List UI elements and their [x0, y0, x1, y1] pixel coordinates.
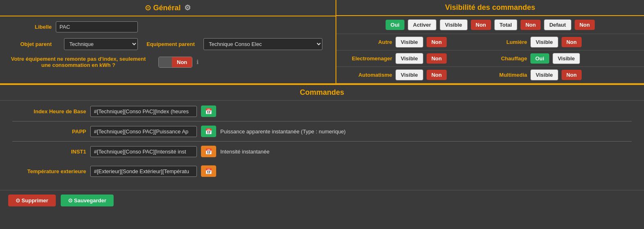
vis-non1-button[interactable]: Non [471, 20, 491, 30]
vis-half-autre: Autre Visible Non [343, 37, 486, 48]
multimedia-visible-button[interactable]: Visible [530, 69, 558, 80]
electro-visible-button[interactable]: Visible [395, 53, 423, 64]
autre-non-button[interactable]: Non [427, 37, 447, 47]
auto-visible-button[interactable]: Visible [395, 69, 423, 80]
autre-label: Autre [343, 39, 392, 45]
general-section: ⊙ Général ⚙ Libelle Objet parent Techniq… [0, 0, 336, 83]
vis-row-auto-multimedia: Automatisme Visible Non Multimedia Visib… [336, 67, 644, 83]
objet-parent-row: Objet parent Technique Equipement parent… [7, 38, 329, 50]
visibilite-title: Visibilité des commandes [445, 3, 535, 12]
vis-non3-button[interactable]: Non [575, 20, 595, 30]
chauffage-oui-button[interactable]: Oui [530, 53, 549, 64]
vis-half-lumiere: Lumière Visible Non [494, 37, 637, 48]
cmd-inst1-desc: Intensité instantanée [220, 149, 269, 155]
general-header: ⊙ Général ⚙ [0, 0, 336, 16]
vis-half-auto: Automatisme Visible Non [343, 69, 486, 80]
general-content: Libelle Objet parent Technique Equipemen… [0, 16, 336, 73]
cmd-papp-input[interactable] [90, 126, 197, 137]
objet-parent-label: Objet parent [7, 41, 52, 47]
commandes-content: Index Heure de Base 📅 PAPP 📅 Puissance a… [0, 101, 644, 190]
libelle-row: Libelle [7, 21, 329, 32]
consommation-text: Votre équipement ne remonte pas d'index,… [7, 56, 150, 68]
vis-total-button[interactable]: Total [494, 19, 517, 30]
cmd-row-index: Index Heure de Base 📅 [12, 105, 632, 121]
cmd-row-temp: Température exterieure 📅 [12, 165, 632, 181]
info-icon[interactable]: ℹ [196, 59, 199, 65]
vis-visible-button[interactable]: Visible [440, 19, 468, 30]
top-row: ⊙ Général ⚙ Libelle Objet parent Techniq… [0, 0, 644, 84]
cmd-inst1-btn[interactable]: 📅 [201, 146, 216, 157]
main-container: ⊙ Général ⚙ Libelle Objet parent Techniq… [0, 0, 644, 211]
cmd-index-input[interactable] [90, 106, 197, 117]
cmd-papp-label: PAPP [12, 128, 86, 135]
general-title: ⊙ Général [145, 3, 180, 12]
cmd-temp-btn[interactable]: 📅 [201, 165, 216, 177]
lumiere-visible-button[interactable]: Visible [530, 37, 558, 48]
multimedia-non-button[interactable]: Non [562, 70, 582, 80]
vis-header-row: Oui Activer Visible Non Total Non Defaut… [336, 16, 644, 34]
consommation-toggle-off[interactable] [159, 57, 172, 67]
cmd-papp-desc: Puissance apparente instantanée (Type : … [220, 128, 346, 135]
vis-half-multimedia: Multimedia Visible Non [494, 69, 637, 80]
consommation-row: Votre équipement ne remonte pas d'index,… [7, 56, 329, 68]
consommation-toggle-on[interactable]: Non [172, 57, 192, 67]
cmd-inst1-input[interactable] [90, 146, 197, 157]
vis-half-electro: Electromenager Visible Non [343, 53, 486, 64]
vis-defaut-button[interactable]: Defaut [544, 19, 571, 30]
cmd-temp-label: Température exterieure [12, 168, 86, 174]
vis-row-electro-chauffage: Electromenager Visible Non Chauffage Oui… [336, 50, 644, 67]
vis-oui-button[interactable]: Oui [386, 20, 404, 30]
equipement-parent-label: Equipement parent [146, 41, 195, 47]
vis-activer-button[interactable]: Activer [408, 19, 436, 30]
lumiere-label: Lumière [494, 39, 527, 45]
auto-label: Automatisme [343, 72, 392, 78]
cmd-row-inst1: INST1 📅 Intensité instantanée [12, 146, 632, 161]
cmd-papp-btn[interactable]: 📅 [201, 126, 216, 137]
vis-non2-button[interactable]: Non [521, 20, 541, 30]
footer-row: ⊙ Supprimer ⊙ Sauvegarder [0, 190, 644, 211]
chauffage-visible-button[interactable]: Visible [553, 53, 580, 64]
electro-label: Electromenager [343, 55, 392, 62]
vis-row-autre-lumiere: Autre Visible Non Lumière Visible Non [336, 34, 644, 50]
cmd-index-btn[interactable]: 📅 [201, 105, 216, 117]
vis-half-chauffage: Chauffage Oui Visible [494, 53, 637, 64]
autre-visible-button[interactable]: Visible [395, 37, 423, 48]
objet-parent-select[interactable]: Technique [64, 38, 138, 50]
libelle-input[interactable] [56, 21, 138, 32]
supprimer-button[interactable]: ⊙ Supprimer [8, 195, 56, 206]
cmd-inst1-label: INST1 [12, 149, 86, 155]
equipement-parent-select[interactable]: Technique Conso Elec [203, 38, 322, 50]
gear-icon[interactable]: ⚙ [184, 3, 191, 12]
electro-non-button[interactable]: Non [427, 53, 447, 64]
commandes-title: Commandes [0, 85, 644, 101]
libelle-label: Libelle [7, 24, 52, 30]
chauffage-label: Chauffage [494, 55, 527, 62]
cmd-row-papp: PAPP 📅 Puissance apparente instantanée (… [12, 126, 632, 142]
auto-non-button[interactable]: Non [427, 70, 447, 80]
multimedia-label: Multimedia [494, 72, 527, 78]
sauvegarder-button[interactable]: ⊙ Sauvegarder [61, 195, 114, 206]
cmd-index-label: Index Heure de Base [12, 108, 86, 114]
visibilite-header: Visibilité des commandes [336, 0, 644, 16]
visibilite-section: Visibilité des commandes Oui Activer Vis… [336, 0, 644, 83]
cmd-temp-input[interactable] [90, 166, 197, 177]
commandes-section: Commandes Index Heure de Base 📅 PAPP 📅 P… [0, 84, 644, 190]
lumiere-non-button[interactable]: Non [562, 37, 582, 47]
consommation-toggle[interactable]: Non [158, 57, 192, 68]
